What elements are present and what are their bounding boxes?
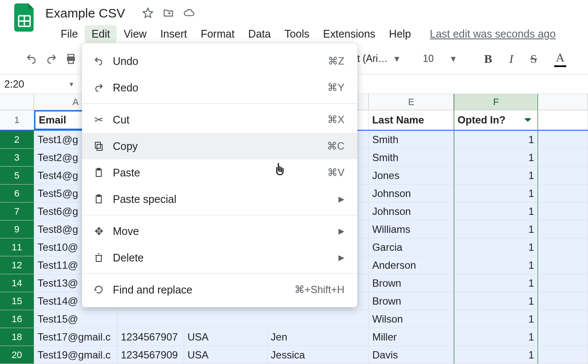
cell[interactable]: 1 <box>454 203 538 220</box>
cell[interactable]: Garcia <box>369 238 454 256</box>
cell[interactable]: Johnson <box>369 185 454 203</box>
cell-F1[interactable]: Opted In? ⏷ <box>454 110 538 130</box>
cell[interactable]: 1 <box>454 167 538 185</box>
cell[interactable]: Miller <box>369 328 454 346</box>
cloud-status-icon[interactable] <box>183 7 194 20</box>
col-header-G[interactable] <box>538 94 588 110</box>
cell[interactable] <box>538 238 588 256</box>
row-number[interactable]: 14 <box>0 274 34 292</box>
row-number[interactable]: 18 <box>0 328 34 346</box>
row-number[interactable]: 9 <box>0 220 34 238</box>
row-number[interactable]: 2 <box>0 131 34 149</box>
menu-item-redo[interactable]: Redo ⌘Y <box>82 74 357 101</box>
cell[interactable]: 1234567907 <box>118 328 184 346</box>
cell[interactable]: 1234567909 <box>118 346 184 364</box>
cell[interactable]: Brown <box>369 292 454 310</box>
cell[interactable]: 1 <box>454 238 538 256</box>
cell[interactable]: Wilson <box>369 310 454 328</box>
row-number[interactable]: 1 <box>0 110 34 130</box>
menu-help[interactable]: Help <box>382 25 417 43</box>
cell[interactable] <box>538 149 588 167</box>
menu-item-copy[interactable]: Copy ⌘C <box>82 133 357 159</box>
cell[interactable]: Williams <box>369 220 454 238</box>
col-header-F[interactable]: F <box>454 94 538 110</box>
cell[interactable]: Johnson <box>369 203 454 220</box>
move-to-folder-icon[interactable] <box>163 7 174 20</box>
menu-view[interactable]: View <box>117 25 153 43</box>
cell[interactable] <box>538 185 588 203</box>
cell[interactable] <box>538 220 588 238</box>
print-icon[interactable] <box>65 53 77 65</box>
row-number[interactable]: 11 <box>0 238 34 256</box>
cell[interactable] <box>538 310 588 328</box>
menu-item-cut[interactable]: ✂ Cut ⌘X <box>82 106 357 133</box>
cell[interactable]: USA <box>184 328 268 346</box>
cell[interactable]: Smith <box>369 131 454 149</box>
cell[interactable] <box>538 328 588 346</box>
menu-file[interactable]: File <box>54 25 85 43</box>
undo-icon[interactable] <box>26 53 38 65</box>
menu-data[interactable]: Data <box>241 25 278 43</box>
col-header-E[interactable]: E <box>369 94 454 110</box>
cell[interactable] <box>538 203 588 220</box>
row-number[interactable]: 3 <box>0 149 34 167</box>
cell[interactable]: 1 <box>454 256 538 274</box>
cell[interactable]: Jen <box>268 328 369 346</box>
filter-icon[interactable]: ⏷ <box>524 115 532 125</box>
row-number[interactable]: 16 <box>0 310 34 328</box>
cell[interactable]: Test15@ <box>34 310 118 328</box>
cell[interactable]: 1 <box>454 185 538 203</box>
cell[interactable]: 1 <box>454 149 538 167</box>
menu-tools[interactable]: Tools <box>278 25 316 43</box>
sheets-logo[interactable] <box>13 2 37 33</box>
cell[interactable]: Test19@gmail.c <box>34 346 118 364</box>
italic-button[interactable]: I <box>509 52 513 66</box>
name-box[interactable]: 2:20 ▼ <box>0 74 79 94</box>
row-number[interactable]: 15 <box>0 292 34 310</box>
menu-edit[interactable]: Edit <box>85 25 117 43</box>
cell[interactable] <box>538 131 588 149</box>
cell[interactable]: 1 <box>454 220 538 238</box>
row-number[interactable]: 12 <box>0 256 34 274</box>
menu-item-undo[interactable]: Undo ⌘Z <box>82 48 357 74</box>
cell-E1[interactable]: Last Name <box>369 110 454 130</box>
menu-format[interactable]: Format <box>194 25 241 43</box>
cell[interactable]: 1 <box>454 328 538 346</box>
cell[interactable]: Jessica <box>268 346 369 364</box>
cell[interactable]: Brown <box>369 274 454 292</box>
row-number[interactable]: 20 <box>0 346 34 364</box>
cell[interactable] <box>538 346 588 364</box>
strikethrough-button[interactable]: S <box>530 52 537 66</box>
cell[interactable]: 1 <box>454 346 538 364</box>
cell[interactable]: USA <box>184 346 268 364</box>
menu-item-move[interactable]: ✥ Move ▶ <box>82 218 357 244</box>
cell[interactable]: 1 <box>454 131 538 149</box>
menu-item-paste-special[interactable]: Paste special ▶ <box>82 186 357 212</box>
menu-extensions[interactable]: Extensions <box>316 25 382 43</box>
cell[interactable]: Davis <box>369 346 454 364</box>
menu-item-find-replace[interactable]: Find and replace ⌘+Shift+H <box>82 276 357 303</box>
last-edit-link[interactable]: Last edit was seconds ago <box>430 28 556 40</box>
cell[interactable]: 1 <box>454 274 538 292</box>
star-icon[interactable] <box>142 7 153 20</box>
cell-G1[interactable] <box>538 110 588 130</box>
menu-insert[interactable]: Insert <box>153 25 194 43</box>
cell[interactable]: 1 <box>454 310 538 328</box>
select-all-corner[interactable] <box>0 94 34 110</box>
menu-item-paste[interactable]: Paste ⌘V <box>82 159 357 186</box>
cell[interactable] <box>538 274 588 292</box>
document-title[interactable]: Example CSV <box>45 6 125 21</box>
cell[interactable]: Jones <box>369 167 454 185</box>
cell[interactable] <box>118 310 369 328</box>
row-number[interactable]: 6 <box>0 185 34 203</box>
cell[interactable] <box>538 292 588 310</box>
row-number[interactable]: 5 <box>0 167 34 185</box>
cell[interactable] <box>538 256 588 274</box>
cell[interactable]: Anderson <box>369 256 454 274</box>
redo-icon[interactable] <box>45 53 57 65</box>
font-size-select[interactable]: 10 ▾ <box>423 53 456 65</box>
row-number[interactable]: 7 <box>0 203 34 220</box>
text-color-button[interactable]: A <box>554 51 566 67</box>
cell[interactable]: 1 <box>454 292 538 310</box>
cell[interactable]: Test17@gmail.c <box>34 328 118 346</box>
